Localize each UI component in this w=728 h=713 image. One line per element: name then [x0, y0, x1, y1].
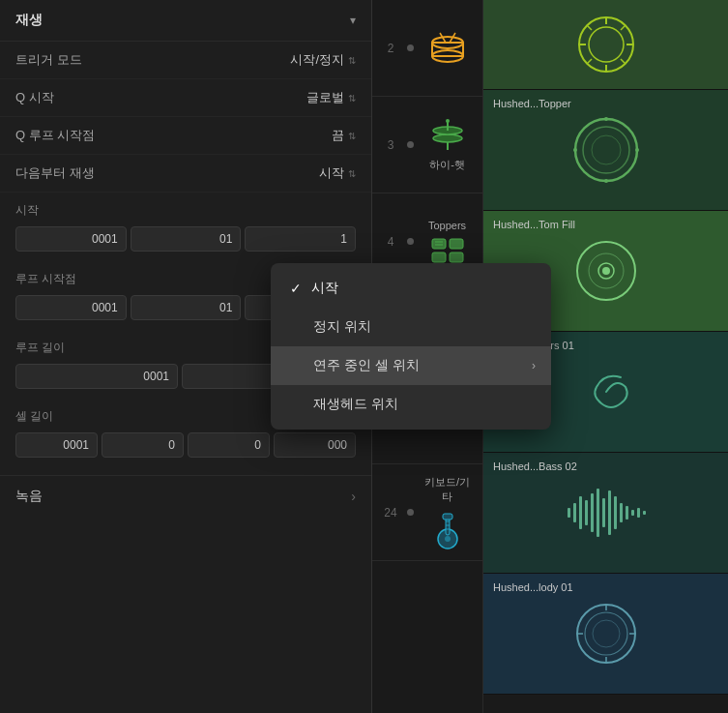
svg-point-71 — [577, 605, 635, 663]
svg-point-73 — [593, 620, 620, 647]
svg-line-43 — [621, 25, 626, 30]
recording-row[interactable]: 녹음 › — [0, 475, 371, 517]
sample-tile-melody[interactable]: Hushed...lody 01 — [483, 574, 728, 695]
svg-rect-31 — [446, 518, 450, 535]
svg-rect-62 — [597, 489, 599, 537]
channel-row-3[interactable]: 3 하이-햇 — [372, 97, 482, 193]
channel-icon-3: 하이-햇 — [420, 117, 475, 172]
topper-ring-svg — [568, 111, 645, 189]
chevron-down-icon[interactable]: ▾ — [350, 14, 356, 27]
svg-point-52 — [635, 148, 639, 152]
trigger-mode-value[interactable]: 시작/정지 ⇅ — [290, 51, 356, 69]
cell-length-input-1[interactable] — [15, 432, 98, 458]
dropdown-item-stop-pos[interactable]: 정지 위치 — [271, 308, 551, 346]
cell-length-input-2[interactable] — [102, 432, 184, 458]
dropdown-item-start[interactable]: ✓ 시작 — [271, 269, 551, 308]
recording-arrow-icon: › — [351, 489, 356, 504]
loop-length-input-bars[interactable] — [15, 364, 178, 389]
tile-art-bass — [563, 469, 650, 556]
q-start-arrows: ⇅ — [348, 93, 356, 104]
q-start-label: Q 시작 — [15, 89, 54, 106]
channel-dot-24 — [407, 509, 414, 516]
svg-point-37 — [589, 27, 624, 62]
channel-dot-4 — [407, 238, 414, 245]
tomfill-svg — [568, 232, 645, 310]
play-from-value[interactable]: 시작 ⇅ — [319, 164, 356, 182]
dropdown-item-stop-pos-label: 정지 위치 — [313, 318, 371, 336]
svg-point-72 — [585, 612, 627, 655]
svg-point-30 — [445, 536, 451, 542]
toppers-channel-name: Toppers — [428, 220, 466, 231]
sample-tile-topper[interactable]: Hushed...Topper — [483, 90, 728, 211]
q-start-value[interactable]: 글로벌 ⇅ — [306, 89, 356, 106]
dropdown-item-playhead[interactable]: 재생헤드 위치 — [271, 385, 551, 424]
bass-tile-label: Hushed...Bass 02 — [493, 460, 577, 472]
svg-rect-14 — [432, 253, 446, 262]
svg-rect-66 — [620, 503, 623, 522]
sample-tile-1[interactable] — [483, 0, 728, 90]
dropdown-item-playhead-label: 재생헤드 위치 — [313, 396, 398, 413]
channel-row-2[interactable]: 2 — [372, 0, 482, 97]
section-title: 재생 — [15, 12, 43, 29]
start-inputs — [0, 223, 371, 261]
tile-art-topper — [563, 106, 650, 193]
play-from-label: 다음부터 재생 — [15, 164, 95, 182]
svg-rect-69 — [637, 508, 640, 518]
svg-rect-57 — [568, 508, 570, 518]
tile-drum-svg — [572, 11, 640, 78]
cell-length-input-3[interactable] — [188, 432, 270, 458]
svg-rect-64 — [608, 490, 611, 535]
start-input-beats[interactable] — [131, 226, 242, 252]
svg-rect-67 — [626, 506, 628, 520]
svg-line-44 — [587, 59, 592, 64]
dropdown-item-playing-cell[interactable]: 연주 중인 셀 위치 › — [271, 346, 551, 385]
channel-row-24[interactable]: 24 키보드/기타 — [372, 464, 482, 561]
loop-start-input-bars[interactable] — [15, 295, 127, 320]
q-loop-start-label: Q 루프 시작점 — [15, 127, 95, 144]
dropdown-item-start-label: 시작 — [311, 280, 338, 297]
svg-rect-15 — [450, 253, 463, 262]
svg-point-11 — [446, 119, 450, 123]
drum-icon — [428, 31, 467, 66]
q-loop-start-row: Q 루프 시작점 끔 ⇅ — [0, 117, 371, 155]
dropdown-item-playing-cell-label: 연주 중인 셀 위치 — [313, 357, 420, 374]
trigger-mode-row: 트리거 모드 시작/정지 ⇅ — [0, 42, 371, 79]
tile-art-blowing — [563, 348, 650, 435]
channel-dot-3 — [407, 141, 414, 148]
svg-point-50 — [604, 179, 608, 183]
channel-num-4: 4 — [380, 235, 401, 249]
melody-ring-svg — [568, 595, 645, 672]
channel-icon-4: Toppers — [420, 220, 475, 264]
sample-tile-bass[interactable]: Hushed...Bass 02 — [483, 453, 728, 574]
trigger-mode-arrows: ⇅ — [348, 55, 356, 66]
blowing-svg — [568, 353, 645, 431]
hihat-channel-name: 하이-햇 — [429, 158, 465, 172]
loop-start-input-beats[interactable] — [131, 295, 242, 320]
bass-waveform-svg — [563, 479, 650, 547]
toppers-grid-icon — [430, 237, 465, 264]
start-input-sub[interactable] — [245, 226, 356, 252]
q-loop-start-value[interactable]: 끔 ⇅ — [332, 127, 356, 144]
svg-rect-32 — [443, 514, 452, 520]
svg-rect-68 — [631, 510, 634, 516]
tile-art-1 — [563, 1, 650, 88]
channel-dot-2 — [407, 45, 414, 51]
submenu-arrow-icon: › — [532, 359, 536, 372]
dropdown-menu: ✓ 시작 정지 위치 연주 중인 셀 위치 › 재생헤드 위치 — [271, 263, 551, 430]
start-input-bars[interactable] — [15, 226, 127, 252]
q-start-row: Q 시작 글로벌 ⇅ — [0, 79, 371, 117]
svg-point-51 — [573, 148, 577, 152]
guitar-icon — [432, 512, 463, 550]
channel-icon-2 — [420, 31, 475, 66]
svg-rect-63 — [602, 498, 605, 527]
svg-line-42 — [587, 25, 592, 30]
check-icon: ✓ — [290, 281, 302, 296]
svg-point-46 — [575, 119, 637, 181]
svg-rect-12 — [432, 239, 446, 249]
cell-length-input-4[interactable] — [274, 432, 356, 458]
svg-rect-59 — [579, 496, 582, 529]
svg-point-54 — [602, 267, 610, 275]
svg-point-49 — [604, 117, 608, 121]
svg-point-47 — [583, 127, 629, 173]
svg-line-45 — [621, 59, 626, 64]
